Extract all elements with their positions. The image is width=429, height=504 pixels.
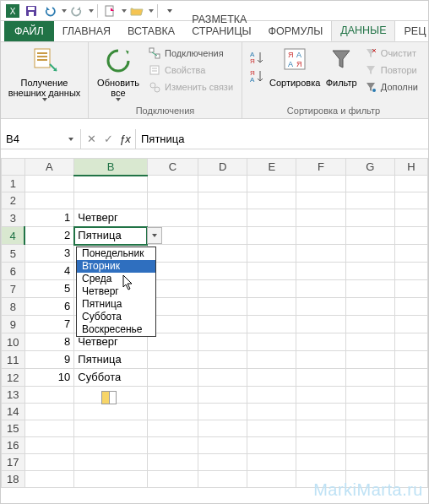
cell-F10[interactable] bbox=[296, 333, 345, 351]
cell-E17[interactable] bbox=[247, 454, 296, 471]
cell-G12[interactable] bbox=[345, 369, 394, 387]
row-header-1[interactable]: 1 bbox=[2, 176, 25, 192]
cell-H12[interactable] bbox=[394, 369, 427, 387]
refresh-all-button[interactable]: Обновить все bbox=[92, 44, 144, 103]
cell-E6[interactable] bbox=[247, 263, 296, 280]
cell-F11[interactable] bbox=[296, 351, 345, 369]
cancel-icon[interactable]: ✕ bbox=[83, 130, 100, 149]
cell-G17[interactable] bbox=[345, 454, 394, 471]
cell-A16[interactable] bbox=[24, 437, 74, 454]
dropdown-option[interactable]: Суббота bbox=[77, 311, 155, 323]
reapply-button[interactable]: Повтори bbox=[362, 62, 420, 78]
fx-icon[interactable]: ƒx bbox=[117, 130, 133, 149]
cell-A7[interactable]: 5 bbox=[24, 280, 74, 298]
enter-icon[interactable]: ✓ bbox=[100, 130, 117, 149]
new-icon[interactable] bbox=[101, 3, 118, 19]
cell-A15[interactable] bbox=[24, 420, 74, 437]
dropdown-option[interactable]: Пятница bbox=[77, 298, 155, 311]
cell-D16[interactable] bbox=[198, 437, 247, 454]
cell-G9[interactable] bbox=[345, 316, 394, 333]
filter-button[interactable]: Фильтр bbox=[322, 44, 360, 89]
cell-H14[interactable] bbox=[394, 404, 427, 420]
cell-C1[interactable] bbox=[147, 176, 198, 192]
open-icon[interactable] bbox=[128, 3, 145, 19]
cell-D4[interactable] bbox=[198, 227, 247, 245]
cell-H17[interactable] bbox=[394, 454, 427, 471]
cell-D15[interactable] bbox=[198, 420, 247, 437]
cell-B4[interactable]: Пятница bbox=[74, 227, 147, 245]
cell-F17[interactable] bbox=[296, 454, 345, 471]
cell-E2[interactable] bbox=[247, 192, 296, 209]
row-header-16[interactable]: 16 bbox=[2, 437, 25, 454]
row-header-11[interactable]: 11 bbox=[2, 351, 25, 369]
cell-F1[interactable] bbox=[296, 176, 345, 192]
tab-file[interactable]: ФАЙЛ bbox=[4, 21, 54, 41]
cell-G7[interactable] bbox=[345, 280, 394, 298]
open-dropdown-icon[interactable] bbox=[149, 9, 154, 13]
cell-B14[interactable] bbox=[74, 404, 147, 420]
cell-G15[interactable] bbox=[345, 420, 394, 437]
cell-F14[interactable] bbox=[296, 404, 345, 420]
cell-B3[interactable]: Четверг bbox=[74, 209, 147, 227]
row-header-14[interactable]: 14 bbox=[2, 404, 25, 420]
cell-B2[interactable] bbox=[74, 192, 147, 209]
cell-D9[interactable] bbox=[198, 316, 247, 333]
cell-A9[interactable]: 7 bbox=[24, 316, 74, 333]
cell-H16[interactable] bbox=[394, 437, 427, 454]
cell-G14[interactable] bbox=[345, 404, 394, 420]
cell-D1[interactable] bbox=[198, 176, 247, 192]
row-header-15[interactable]: 15 bbox=[2, 420, 25, 437]
cell-G10[interactable] bbox=[345, 333, 394, 351]
row-header-4[interactable]: 4 bbox=[2, 227, 25, 245]
tab-insert[interactable]: ВСТАВКА bbox=[119, 22, 183, 41]
cell-E4[interactable] bbox=[247, 227, 296, 245]
cell-E13[interactable] bbox=[247, 387, 296, 404]
formula-input[interactable] bbox=[136, 129, 428, 149]
name-box-dropdown-icon[interactable] bbox=[65, 138, 77, 141]
col-header-D[interactable]: D bbox=[198, 159, 247, 176]
cell-B16[interactable] bbox=[74, 437, 147, 454]
cell-F7[interactable] bbox=[296, 280, 345, 298]
cell-A10[interactable]: 8 bbox=[24, 333, 74, 351]
col-header-C[interactable]: C bbox=[147, 159, 198, 176]
cell-H2[interactable] bbox=[394, 192, 427, 209]
cell-D10[interactable] bbox=[198, 333, 247, 351]
cell-G3[interactable] bbox=[345, 209, 394, 227]
cell-H7[interactable] bbox=[394, 280, 427, 298]
cell-F12[interactable] bbox=[296, 369, 345, 387]
cell-G13[interactable] bbox=[345, 387, 394, 404]
cell-H3[interactable] bbox=[394, 209, 427, 227]
cell-E8[interactable] bbox=[247, 298, 296, 316]
sort-button[interactable]: ЯAAЯ Сортировка bbox=[268, 44, 322, 89]
cell-G2[interactable] bbox=[345, 192, 394, 209]
row-header-13[interactable]: 13 bbox=[2, 387, 25, 404]
cell-H8[interactable] bbox=[394, 298, 427, 316]
dropdown-option[interactable]: Среда bbox=[77, 273, 155, 285]
row-header-2[interactable]: 2 bbox=[2, 192, 25, 209]
row-header-12[interactable]: 12 bbox=[2, 369, 25, 387]
cell-D11[interactable] bbox=[198, 351, 247, 369]
undo-dropdown-icon[interactable] bbox=[62, 9, 67, 13]
cell-B15[interactable] bbox=[74, 420, 147, 437]
cell-C11[interactable] bbox=[147, 351, 198, 369]
cell-G11[interactable] bbox=[345, 351, 394, 369]
cell-H10[interactable] bbox=[394, 333, 427, 351]
cell-D5[interactable] bbox=[198, 245, 247, 263]
dropdown-option[interactable]: Четверг bbox=[77, 285, 155, 298]
row-header-17[interactable]: 17 bbox=[2, 454, 25, 471]
row-header-6[interactable]: 6 bbox=[2, 263, 25, 280]
col-header-E[interactable]: E bbox=[247, 159, 296, 176]
tab-page-layout[interactable]: РАЗМЕТКА СТРАНИЦЫ bbox=[183, 10, 259, 41]
cell-F3[interactable] bbox=[296, 209, 345, 227]
cell-A11[interactable]: 9 bbox=[24, 351, 74, 369]
autofill-options-icon[interactable] bbox=[101, 391, 117, 404]
connections-button[interactable]: Подключения bbox=[146, 46, 235, 61]
cell-A8[interactable]: 6 bbox=[24, 298, 74, 316]
edit-links-button[interactable]: Изменить связи bbox=[146, 79, 235, 95]
cell-F4[interactable] bbox=[296, 227, 345, 245]
cell-D12[interactable] bbox=[198, 369, 247, 387]
cell-D13[interactable] bbox=[198, 387, 247, 404]
cell-H6[interactable] bbox=[394, 263, 427, 280]
sort-desc-icon[interactable]: ЯA bbox=[247, 68, 266, 84]
cell-A2[interactable] bbox=[24, 192, 74, 209]
